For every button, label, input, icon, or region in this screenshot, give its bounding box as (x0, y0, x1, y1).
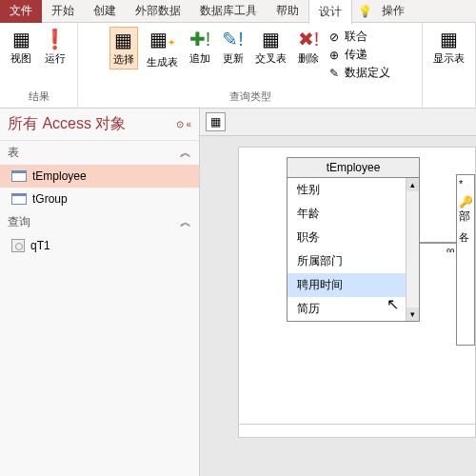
qbe-grid[interactable] (239, 424, 475, 437)
nav-group-tables[interactable]: 表︽ (0, 141, 199, 165)
field-row[interactable]: 年龄 (288, 202, 419, 226)
tab-create[interactable]: 创建 (84, 0, 126, 23)
scroll-down-icon[interactable]: ▾ (407, 307, 419, 321)
nav-item-temployee[interactable]: tEmployee (0, 165, 199, 188)
union-button[interactable]: ⊘联合 (327, 29, 390, 45)
field-star[interactable]: * (457, 175, 474, 192)
showtable-icon: ▦ (440, 29, 458, 50)
nav-item-tgroup[interactable]: tGroup (0, 188, 199, 210)
scrollbar[interactable]: ▴▾ (406, 178, 419, 321)
update-button[interactable]: ✎!更新 (219, 27, 247, 68)
table-icon (11, 170, 27, 182)
field-list-temployee[interactable]: tEmployee 性别 年龄 职务 所属部门 聘用时间 简历 ▴▾ (287, 157, 420, 322)
run-icon: ❗ (43, 29, 67, 50)
tell-me-icon: 💡 (358, 5, 372, 18)
navigation-pane: 所有 Access 对象 ⊙ « 表︽ tEmployee tGroup 查询︽… (0, 109, 200, 476)
svg-text:∞: ∞ (446, 244, 455, 252)
field-row-hiredate[interactable]: 聘用时间 (288, 273, 419, 297)
group-caption: 结果 (8, 88, 69, 106)
pass-icon: ⊕ (327, 49, 341, 62)
group-caption: 查询类型 (86, 88, 414, 106)
field-row[interactable]: 🔑 部 (457, 192, 474, 228)
collapse-icon: ︽ (180, 214, 191, 230)
tab-home[interactable]: 开始 (42, 0, 84, 23)
select-query-button[interactable]: ▦选择 (109, 27, 138, 69)
tab-dbtools[interactable]: 数据库工具 (190, 0, 267, 23)
grid-icon: ▦ (12, 29, 30, 50)
field-row[interactable]: 职务 (288, 226, 419, 249)
ddl-icon: ✎ (327, 67, 341, 80)
tab-design[interactable]: 设计 (308, 0, 352, 24)
table-icon: ▦ (114, 30, 132, 50)
field-list-secondary[interactable]: * 🔑 部 各 (456, 174, 475, 346)
ribbon-group-setup: ▦显示表 (423, 23, 476, 108)
design-surface[interactable]: tEmployee 性别 年龄 职务 所属部门 聘用时间 简历 ▴▾ 1∞ * … (238, 147, 476, 438)
update-icon: ✎! (222, 29, 244, 50)
query-design-canvas: ▦ tEmployee 性别 年龄 职务 所属部门 聘用时间 简历 ▴▾ 1∞ … (200, 109, 476, 476)
collapse-icon: ︽ (180, 145, 191, 161)
passthrough-button[interactable]: ⊕传递 (327, 47, 390, 63)
ribbon-group-querytype: ▦选择 ▦✦生成表 ✚!追加 ✎!更新 ▦交叉表 ✖!删除 ⊘联合 ⊕传递 ✎数… (78, 23, 423, 108)
crosstab-button[interactable]: ▦交叉表 (252, 27, 289, 68)
crosstab-icon: ▦ (262, 29, 280, 50)
showtable-button[interactable]: ▦显示表 (430, 27, 467, 68)
field-row[interactable]: 所属部门 (288, 249, 419, 273)
append-button[interactable]: ✚!追加 (187, 27, 214, 68)
delete-icon: ✖! (298, 29, 320, 50)
ribbon-group-results: ▦视图 ❗运行 结果 (0, 23, 78, 108)
file-tab[interactable]: 文件 (0, 0, 42, 23)
tab-help[interactable]: 帮助 (267, 0, 308, 23)
scroll-up-icon[interactable]: ▴ (407, 178, 419, 191)
nav-group-queries[interactable]: 查询︽ (0, 210, 199, 234)
run-button[interactable]: ❗运行 (40, 27, 69, 68)
table-icon (11, 193, 27, 205)
view-button[interactable]: ▦视图 (8, 27, 34, 68)
field-row[interactable]: 各 (457, 228, 474, 248)
append-icon: ✚! (189, 29, 211, 50)
maketable-icon: ▦✦ (149, 29, 175, 53)
field-row[interactable]: 简历 (288, 297, 419, 321)
nav-menu-icon[interactable]: ⊙ « (176, 119, 191, 129)
object-tab[interactable]: ▦ (206, 112, 226, 131)
ddl-button[interactable]: ✎数据定义 (327, 65, 390, 81)
tab-external[interactable]: 外部数据 (126, 0, 190, 23)
field-row[interactable]: 性别 (288, 178, 419, 202)
maketable-button[interactable]: ▦✦生成表 (144, 27, 181, 71)
query-icon (11, 239, 25, 252)
nav-item-qt1[interactable]: qT1 (0, 234, 199, 257)
union-icon: ⊘ (327, 30, 341, 44)
nav-title: 所有 Access 对象 (8, 114, 126, 134)
tell-me[interactable]: 操作 (372, 0, 414, 23)
delete-button[interactable]: ✖!删除 (295, 27, 323, 68)
fieldlist-title: tEmployee (288, 158, 419, 178)
